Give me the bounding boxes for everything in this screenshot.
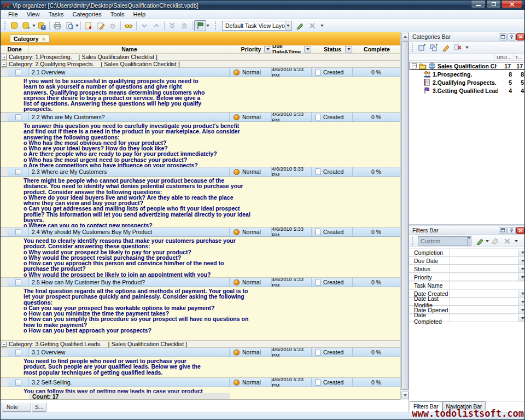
menu-view[interactable]: View [22, 10, 44, 18]
filter-dropdown-button[interactable] [518, 314, 525, 322]
task-row[interactable]: 3.2 Self-Selling. Normal 4/6/2010 5:33 P… [1, 378, 400, 387]
task-note-row[interactable]: To answer this question you need to care… [1, 122, 400, 167]
filter-preset-dropdown[interactable] [467, 237, 471, 245]
filter-dropdown-button[interactable] [518, 290, 525, 297]
move-up-button[interactable] [150, 20, 162, 31]
filter-dropdown-button[interactable] [518, 273, 525, 281]
grid-vertical-scrollbar[interactable] [400, 32, 409, 400]
move-top-button[interactable] [178, 20, 190, 31]
done-checkbox[interactable] [15, 380, 21, 386]
notifications-button[interactable] [194, 20, 206, 31]
categories-toolbar-overflow[interactable] [465, 46, 469, 49]
scroll-up-button[interactable] [401, 33, 409, 40]
tree-item-leads[interactable]: 3.Getting Qualified Leads. 4 4 [409, 86, 525, 95]
layout-combo-dropdown[interactable] [285, 21, 291, 30]
filter-value[interactable] [450, 257, 518, 264]
delete-filter-button[interactable] [501, 236, 513, 247]
filter-value[interactable] [450, 273, 518, 281]
group-by-category-chip[interactable]: Category [10, 34, 50, 43]
close-button[interactable] [501, 1, 522, 8]
task-note-row[interactable]: There might be people who cannot purchas… [1, 177, 400, 228]
panel-close-button[interactable] [516, 227, 524, 234]
task-note-row-clipped[interactable]: You can follow this way of getting new l… [1, 387, 400, 393]
filter-value[interactable] [450, 314, 518, 322]
scroll-down-button[interactable] [401, 392, 409, 399]
tree-item-checklist[interactable]: Sales Qualification Checklist 17 17 [410, 62, 525, 70]
new-database-button[interactable] [8, 20, 20, 31]
notifications-dropdown[interactable] [206, 25, 209, 27]
done-checkbox[interactable] [15, 349, 21, 355]
done-checkbox[interactable] [15, 114, 21, 120]
open-database-button[interactable] [20, 20, 32, 31]
collapse-icon[interactable] [2, 62, 7, 67]
column-header-status[interactable]: Status [312, 45, 353, 53]
column-header-due[interactable]: Due Date&Time [272, 45, 312, 53]
task-row[interactable]: 2.1 Overview Normal 4/6/2010 5:33 PM Cre… [1, 68, 400, 77]
done-checkbox[interactable] [15, 69, 21, 75]
layout-combo[interactable]: Default Task View Layout [222, 21, 292, 31]
undone-column-header[interactable]: UnD... [494, 54, 513, 60]
filter-dropdown-button[interactable] [518, 249, 525, 256]
filter-dropdown-button[interactable] [518, 298, 525, 305]
filter-preset-combo[interactable]: Custom [418, 236, 471, 246]
panel-restore-button[interactable] [499, 227, 507, 234]
category-group-row[interactable]: Category: 1.Prospecting. [ Sales Qualifi… [1, 54, 400, 61]
filter-value[interactable] [450, 249, 518, 256]
collapse-icon[interactable] [2, 342, 7, 347]
column-header-done[interactable]: Done [1, 45, 29, 53]
menu-categories[interactable]: Categories [68, 10, 106, 18]
filter-value[interactable] [450, 306, 518, 313]
task-row[interactable]: 2.5 How can My Customer Buy the Product?… [1, 278, 400, 287]
status-filter-dropdown[interactable] [345, 46, 352, 52]
menu-tools[interactable]: Tools [106, 10, 129, 18]
menu-file[interactable]: File [4, 10, 22, 18]
new-task-button[interactable] [83, 20, 95, 31]
edit-task-button[interactable] [95, 20, 107, 31]
done-checkbox[interactable] [15, 279, 21, 285]
task-note-row[interactable]: You need to find people who need or want… [1, 357, 400, 378]
new-subcategory-button[interactable] [428, 42, 440, 53]
done-checkbox[interactable] [15, 229, 21, 235]
task-note-row[interactable]: The final question regards all the optio… [1, 287, 400, 341]
task-row[interactable]: 2.3 Where are My Customers Normal 4/6/20… [1, 167, 400, 177]
filter-dropdown-button[interactable] [518, 265, 525, 272]
tab-search[interactable]: S... [32, 402, 46, 412]
view-notes-button[interactable] [122, 20, 135, 31]
print-dropdown[interactable] [75, 25, 79, 27]
panel-pin-button[interactable] [508, 227, 516, 234]
category-group-row[interactable]: Category: 2.Qualifying Prospects. [ Sale… [1, 61, 400, 68]
duplicate-task-button[interactable] [107, 20, 119, 31]
collapse-icon[interactable] [412, 63, 417, 68]
edit-category-button[interactable] [440, 42, 452, 53]
apply-layout-button[interactable] [294, 20, 306, 31]
done-checkbox[interactable] [15, 169, 21, 175]
panel-restore-button[interactable] [499, 33, 507, 40]
new-category-button[interactable] [416, 42, 428, 53]
task-row[interactable]: 3.1 Overview Normal 4/6/2010 5:33 PM Cre… [1, 348, 400, 357]
column-header-priority[interactable]: Priority [230, 45, 272, 53]
menu-help[interactable]: Help [129, 10, 150, 18]
column-header-complete[interactable]: Complete [353, 45, 400, 53]
menu-tasks[interactable]: Tasks [44, 10, 68, 18]
panel-close-button[interactable] [516, 33, 524, 40]
tab-note[interactable]: Note [2, 402, 31, 412]
priority-filter-dropdown[interactable] [264, 46, 271, 52]
task-row[interactable]: 2.2 Who are My Customers? Normal 4/6/201… [1, 113, 400, 122]
filter-value[interactable] [450, 265, 518, 272]
toolbar-overflow-dropdown[interactable] [320, 25, 324, 27]
total-column-header[interactable]: T... [513, 54, 525, 60]
delete-layout-button[interactable] [306, 20, 318, 31]
filter-value[interactable] [450, 282, 525, 289]
filter-value[interactable] [450, 298, 518, 305]
minimize-button[interactable] [471, 1, 486, 8]
filter-value[interactable] [450, 290, 518, 297]
filter-dropdown-button[interactable] [518, 306, 525, 313]
clear-filter-button[interactable] [489, 236, 501, 247]
apply-filter-button[interactable] [474, 236, 486, 247]
column-header-name[interactable]: Name [29, 45, 230, 53]
due-filter-dropdown[interactable] [304, 46, 311, 52]
task-row[interactable]: 2.4 Why should My Customers Buy My Produ… [1, 228, 400, 237]
move-down-button[interactable] [138, 20, 150, 31]
scrollbar-thumb[interactable] [401, 41, 409, 390]
expand-icon[interactable] [2, 55, 7, 60]
